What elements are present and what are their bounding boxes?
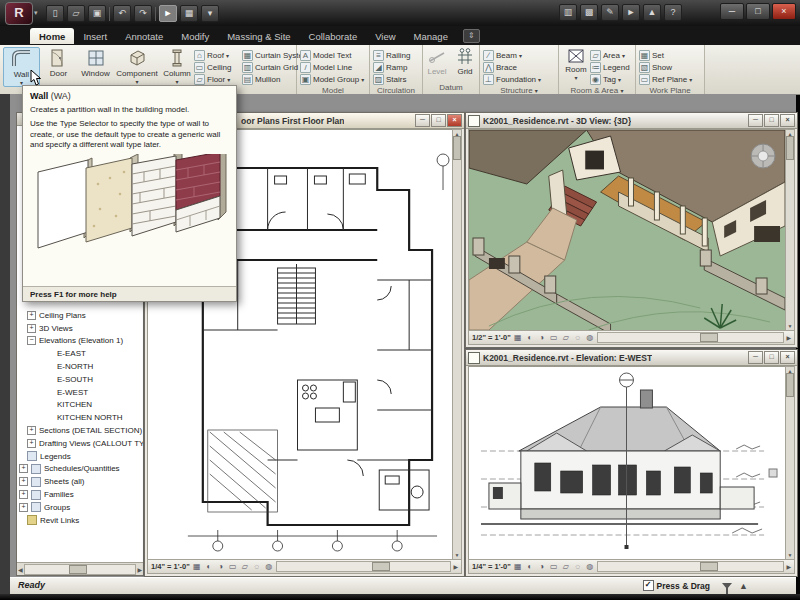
tab-view[interactable]: View <box>366 28 404 44</box>
tree-item-schedules[interactable]: +Schedules/Quantities <box>17 463 143 476</box>
scroll-thumb[interactable] <box>786 136 794 160</box>
minimize-button[interactable]: ─ <box>720 3 744 20</box>
expand-icon[interactable]: + <box>27 324 36 333</box>
scroll-thumb[interactable] <box>372 562 390 571</box>
model-group-label[interactable]: Model <box>297 85 369 94</box>
elevation-close-button[interactable]: × <box>780 351 795 364</box>
scroll-down-icon[interactable]: ▼ <box>453 552 461 558</box>
elevation-canvas[interactable] <box>468 366 786 560</box>
elevation-vertical-scrollbar[interactable]: ▲▼ <box>785 366 795 560</box>
collapse-icon[interactable]: − <box>27 336 36 345</box>
elevation-scale-button[interactable]: 1/4" = 1'-0" <box>472 562 511 571</box>
ref-plane-button[interactable]: ▭Ref Plane▾ <box>639 74 692 85</box>
visual-style-icon[interactable]: ◐ <box>525 333 535 343</box>
railing-button[interactable]: ≡Railing <box>373 50 410 61</box>
tree-item-elevations[interactable]: −Elevations (Elevation 1) <box>17 335 143 348</box>
level-button[interactable]: Level <box>425 47 449 82</box>
model-group-button[interactable]: ▣Model Group▾ <box>300 74 364 85</box>
ceiling-button[interactable]: ▭Ceiling <box>194 62 242 73</box>
visual-style-icon[interactable]: ◐ <box>525 562 535 572</box>
expand-icon[interactable]: + <box>19 477 28 486</box>
maximize-button[interactable]: □ <box>746 3 770 20</box>
expand-icon[interactable]: + <box>19 464 28 473</box>
expand-icon[interactable]: + <box>27 439 36 448</box>
view-3d-canvas[interactable] <box>468 129 786 331</box>
plan-vertical-scrollbar[interactable]: ▲▼ <box>452 129 462 560</box>
view-3d-window[interactable]: K2001_Residence.rvt - 3D View: {3D} ─ □ … <box>465 112 798 348</box>
reveal-hidden-icon[interactable]: ◍ <box>585 562 595 572</box>
datum-group-label[interactable]: Datum <box>423 82 479 94</box>
foundation-button[interactable]: ⊥Foundation▾ <box>483 74 541 85</box>
elevation-minimize-button[interactable]: ─ <box>748 351 763 364</box>
room-area-group-label[interactable]: Room & Area ▾ <box>559 85 635 94</box>
beam-button[interactable]: ∕Beam▾ <box>483 50 541 61</box>
crop-region-icon[interactable]: ▱ <box>561 333 571 343</box>
alerts-button[interactable]: ▲ <box>643 4 661 21</box>
expand-icon[interactable]: + <box>19 503 28 512</box>
elevation-window[interactable]: K2001_Residence.rvt - Elevation: E-WEST … <box>465 349 798 577</box>
detail-level-icon[interactable]: ▦ <box>513 562 523 572</box>
view-3d-title-bar[interactable]: K2001_Residence.rvt - 3D View: {3D} ─ □ … <box>466 113 797 129</box>
redo-button[interactable]: ↷ <box>134 5 152 22</box>
tree-item-3d-views[interactable]: +3D Views <box>17 322 143 335</box>
hide-isolate-icon[interactable]: ◌ <box>252 562 262 572</box>
column-button[interactable]: Column ▾ <box>160 47 194 87</box>
visual-style-icon[interactable]: ◐ <box>204 562 214 572</box>
crop-view-icon[interactable]: ▭ <box>228 562 238 572</box>
tree-item-kitchen-north[interactable]: KITCHEN NORTH <box>17 411 143 424</box>
scroll-right-icon[interactable]: ▶ <box>137 566 142 573</box>
help-button[interactable]: ? <box>664 4 682 21</box>
roof-button[interactable]: ⌂Roof▾ <box>194 50 242 61</box>
door-button[interactable]: Door <box>40 47 77 87</box>
model-text-button[interactable]: AModel Text <box>300 50 364 61</box>
tab-massing-site[interactable]: Massing & Site <box>218 28 299 44</box>
tab-collaborate[interactable]: Collaborate <box>300 28 367 44</box>
application-menu-button[interactable]: R <box>5 2 33 25</box>
filter-icon[interactable] <box>722 583 732 589</box>
tab-annotate[interactable]: Annotate <box>116 28 172 44</box>
detail-level-icon[interactable]: ▦ <box>192 562 202 572</box>
elevation-horizontal-scrollbar[interactable] <box>597 561 785 572</box>
tab-insert[interactable]: Insert <box>74 28 116 44</box>
tree-item-kitchen[interactable]: KITCHEN <box>17 399 143 412</box>
scroll-right-icon[interactable]: ▶ <box>786 563 791 570</box>
tree-item-e-west[interactable]: E-WEST <box>17 386 143 399</box>
tree-item-sections[interactable]: +Sections (DETAIL SECTION) <box>17 424 143 437</box>
plan-minimize-button[interactable]: ─ <box>415 114 430 127</box>
tree-item-e-north[interactable]: E-NORTH <box>17 360 143 373</box>
crop-region-icon[interactable]: ▱ <box>240 562 250 572</box>
scroll-down-icon[interactable]: ▼ <box>786 323 794 329</box>
save-button[interactable]: ▣ <box>88 5 106 22</box>
view3d-horizontal-scrollbar[interactable] <box>597 332 785 343</box>
tag-button[interactable]: ◉Tag▾ <box>590 74 630 85</box>
reveal-hidden-icon[interactable]: ◍ <box>264 562 274 572</box>
view3d-minimize-button[interactable]: ─ <box>748 114 763 127</box>
tree-item-sheets[interactable]: +Sheets (all) <box>17 475 143 488</box>
stairs-button[interactable]: ▨Stairs <box>373 74 410 85</box>
view3d-vertical-scrollbar[interactable]: ▲▼ <box>785 129 795 331</box>
view3d-close-button[interactable]: × <box>780 114 795 127</box>
crop-view-icon[interactable]: ▭ <box>549 333 559 343</box>
window-button[interactable]: Window <box>77 47 114 87</box>
elevation-title-bar[interactable]: K2001_Residence.rvt - Elevation: E-WEST … <box>466 350 797 366</box>
toolbar-overflow-button[interactable]: ▾ <box>201 5 219 22</box>
new-file-button[interactable]: ▯ <box>46 5 64 22</box>
structure-group-label[interactable]: Structure ▾ <box>480 85 558 94</box>
grid-button[interactable]: Grid <box>453 47 477 82</box>
floor-button[interactable]: ▱Floor▾ <box>194 74 242 85</box>
view3d-restore-button[interactable]: □ <box>764 114 779 127</box>
default-3d-view-button[interactable]: ▦ <box>180 5 198 22</box>
plan-restore-button[interactable]: □ <box>431 114 446 127</box>
scroll-thumb[interactable] <box>700 333 718 342</box>
press-drag-control[interactable]: ✓ Press & Drag <box>643 580 710 591</box>
reveal-hidden-icon[interactable]: ◍ <box>585 333 595 343</box>
tab-modify[interactable]: Modify <box>172 28 218 44</box>
tab-manage[interactable]: Manage <box>405 28 457 44</box>
scroll-thumb[interactable] <box>69 565 87 574</box>
shadows-icon[interactable]: ◑ <box>537 562 547 572</box>
favorites-button[interactable]: ► <box>622 4 640 21</box>
work-plane-group-label[interactable]: Work Plane <box>636 85 704 94</box>
search-button[interactable]: ▥ <box>559 4 577 21</box>
tree-item-legends[interactable]: Legends <box>17 450 143 463</box>
close-button[interactable]: × <box>772 3 796 20</box>
